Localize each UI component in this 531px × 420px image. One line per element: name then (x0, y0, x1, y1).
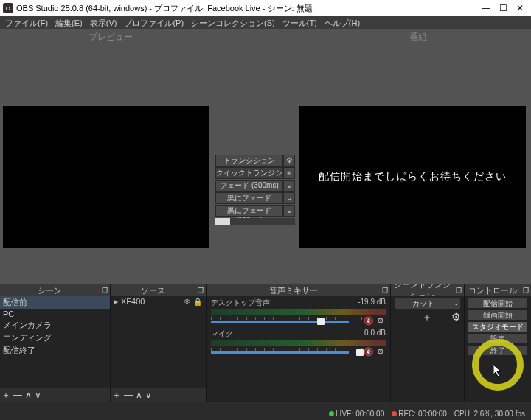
channel-name: デスクトップ音声 (211, 298, 358, 308)
maximize-button[interactable]: ☐ (499, 3, 507, 13)
program-display: 配信開始までしばらくお待ちください (299, 106, 526, 248)
scene-transition-select[interactable]: カット ⌄ (394, 298, 461, 309)
menu-bar: ファイル(F) 編集(E) 表示(V) プロファイル(P) シーンコレクション(… (0, 16, 531, 29)
mixer-channel: デスクトップ音声-19.9 dB🔇⚙ (206, 296, 390, 327)
scene-item[interactable]: メインカメラ (0, 319, 110, 332)
scenes-add-icon[interactable]: ＋ (1, 389, 10, 402)
control-button-2[interactable]: スタジオモード (468, 321, 528, 332)
scene-transition-dock: シーントランジション ❐ カット ⌄ ＋ — ⚙ (391, 284, 465, 402)
quick-transition-0[interactable]: フェード (300ms) (215, 180, 283, 192)
scenes-up-icon[interactable]: ∧ (25, 390, 32, 400)
scene-transition-remove-icon[interactable]: — (437, 311, 447, 323)
quick-transition-1-caret-icon[interactable]: ⌄ (283, 192, 295, 204)
window-buttons: — ☐ ✕ (482, 3, 528, 13)
lock-icon[interactable]: 🔒 (192, 298, 203, 306)
program-text: 配信開始までしばらくお待ちください (319, 170, 507, 183)
channel-db: 0.0 dB (364, 329, 386, 339)
close-button[interactable]: ✕ (516, 3, 524, 13)
scenes-list: 配信前PCメインカメラエンディング配信終了 (0, 296, 110, 388)
mixer-popout-icon[interactable]: ❐ (380, 284, 390, 296)
quick-transition-add-icon[interactable]: ＋ (283, 167, 295, 179)
sources-popout-icon[interactable]: ❐ (195, 284, 206, 296)
scene-transition-selected: カット (395, 298, 451, 309)
mixer-channel: マイク0.0 dB🔇⚙ (206, 327, 390, 358)
title-bar: O OBS Studio 25.0.8 (64-bit, windows) - … (0, 0, 531, 16)
menu-edit[interactable]: 編集(E) (52, 18, 86, 29)
meter-l (211, 340, 386, 343)
menu-profile[interactable]: プロファイル(P) (120, 18, 187, 29)
transition-settings-icon[interactable]: ⚙ (283, 155, 295, 167)
mute-icon[interactable]: 🔇 (364, 316, 374, 326)
status-live: LIVE: 00:00:00 (329, 410, 384, 418)
scene-transition-settings-icon[interactable]: ⚙ (451, 311, 461, 323)
quick-transition-1[interactable]: 黒にフェード (300ms) (215, 192, 283, 204)
sources-add-icon[interactable]: ＋ (112, 389, 121, 402)
control-button-1[interactable]: 録画開始 (468, 309, 528, 321)
scene-item[interactable]: 配信終了 (0, 344, 110, 357)
status-rec: REC: 00:00:00 (392, 410, 447, 418)
mixer-title: 音声ミキサー (206, 284, 380, 296)
controls-popout-icon[interactable]: ❐ (521, 284, 531, 296)
volume-slider[interactable] (211, 317, 362, 326)
mixer-body: デスクトップ音声-19.9 dB🔇⚙マイク0.0 dB🔇⚙ (206, 296, 390, 402)
scenes-remove-icon[interactable]: — (13, 390, 22, 400)
live-dot-icon (329, 411, 334, 416)
sources-dock: ソース ❐ ▶XF400👁🔒 ＋ — ∧ ∨ (111, 284, 206, 402)
source-expand-icon: ▶ (114, 298, 118, 305)
channel-settings-icon[interactable]: ⚙ (375, 347, 386, 357)
controls-body: 配信開始録画開始スタジオモード設定終了 (465, 296, 531, 402)
window-title: OBS Studio 25.0.8 (64-bit, windows) - プロ… (16, 3, 482, 14)
meter-l (211, 309, 386, 312)
menu-help[interactable]: ヘルプ(H) (321, 18, 364, 29)
menu-view[interactable]: 表示(V) (86, 18, 121, 29)
scenes-down-icon[interactable]: ∨ (35, 390, 41, 400)
status-bar: LIVE: 00:00:00 REC: 00:00:00 CPU: 2.6%, … (0, 407, 531, 420)
channel-settings-icon[interactable]: ⚙ (375, 316, 386, 326)
control-button-4[interactable]: 終了 (468, 345, 528, 356)
volume-slider[interactable] (211, 348, 362, 357)
transition-button[interactable]: トランジション (215, 155, 283, 167)
control-button-3[interactable]: 設定 (468, 333, 528, 344)
status-cpu: CPU: 2.6%, 30.00 fps (454, 410, 525, 418)
preview-display[interactable] (3, 106, 209, 248)
sources-down-icon[interactable]: ∨ (145, 390, 152, 400)
mute-icon[interactable]: 🔇 (364, 347, 374, 357)
transition-panel: トランジション ⚙ クイックトランジション ＋ フェード (300ms) ⌄ 黒… (215, 155, 295, 225)
meter-r (211, 312, 386, 315)
scene-item[interactable]: PC (0, 309, 110, 319)
minimize-button[interactable]: — (482, 3, 490, 13)
quick-transition-label: クイックトランジション (215, 167, 283, 179)
channel-name: マイク (211, 329, 364, 339)
scene-item[interactable]: 配信前 (0, 296, 110, 309)
sources-remove-icon[interactable]: — (124, 390, 133, 400)
t-bar-slider[interactable] (215, 218, 295, 225)
sources-up-icon[interactable]: ∧ (136, 390, 142, 400)
visibility-icon[interactable]: 👁 (182, 298, 192, 306)
menu-scene-collection[interactable]: シーンコレクション(S) (187, 18, 279, 29)
docks-row: シーン ❐ 配信前PCメインカメラエンディング配信終了 ＋ — ∧ ∨ ソース … (0, 284, 531, 402)
scene-transition-body: カット ⌄ ＋ — ⚙ (391, 296, 464, 402)
scene-transition-popout-icon[interactable]: ❐ (454, 284, 464, 296)
quick-transition-2[interactable]: 黒にフェード (300ms) (215, 205, 283, 217)
scenes-popout-icon[interactable]: ❐ (100, 284, 110, 296)
controls-dock: コントロール ❐ 配信開始録画開始スタジオモード設定終了 (465, 284, 531, 402)
app-icon: O (3, 3, 13, 13)
source-item[interactable]: ▶XF400👁🔒 (111, 296, 206, 307)
control-button-0[interactable]: 配信開始 (468, 298, 528, 309)
menu-file[interactable]: ファイル(F) (1, 18, 52, 29)
scenes-title: シーン (0, 284, 100, 296)
quick-transition-2-caret-icon[interactable]: ⌄ (283, 205, 295, 217)
mixer-dock: 音声ミキサー ❐ デスクトップ音声-19.9 dB🔇⚙マイク0.0 dB🔇⚙ (206, 284, 391, 402)
scenes-dock: シーン ❐ 配信前PCメインカメラエンディング配信終了 ＋ — ∧ ∨ (0, 284, 111, 402)
program-label: 番組 (409, 31, 427, 43)
scene-item[interactable]: エンディング (0, 332, 110, 344)
rec-dot-icon (392, 411, 397, 416)
quick-transition-0-caret-icon[interactable]: ⌄ (283, 180, 295, 192)
menu-tools[interactable]: ツール(T) (279, 18, 321, 29)
sources-title: ソース (111, 284, 195, 296)
main-area: プレビュー 番組 配信開始までしばらくお待ちください トランジション ⚙ クイッ… (0, 29, 531, 284)
channel-db: -19.9 dB (358, 298, 386, 308)
scene-transition-add-icon[interactable]: ＋ (422, 311, 432, 323)
meter-r (211, 343, 386, 346)
source-name: XF400 (121, 297, 182, 306)
